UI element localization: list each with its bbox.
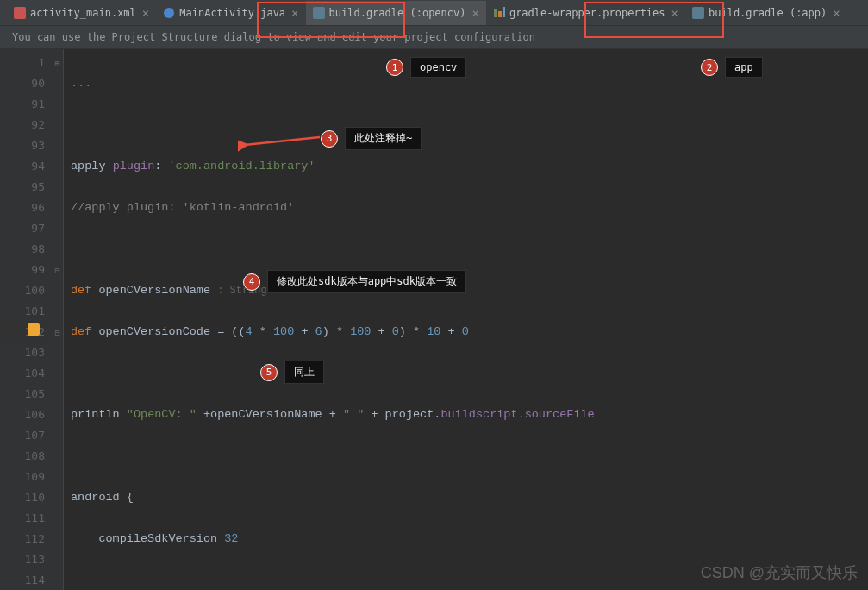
java-icon <box>163 7 175 19</box>
editor-area: 1909192939495969798991001011021031041051… <box>0 49 868 590</box>
callout-label: app <box>725 57 763 78</box>
callout-2: 2 app <box>701 57 763 78</box>
code-area[interactable]: ... apply plugin: 'com.android.library' … <box>64 49 868 590</box>
project-structure-hint: You can use the Project Structure dialog… <box>0 26 868 49</box>
callout-5: 5 同上 <box>260 361 324 384</box>
fold-column: ⊞⊟⊟ <box>52 49 64 590</box>
xml-icon <box>14 7 26 19</box>
callout-label: 同上 <box>284 361 324 384</box>
highlight-box-opencv-tab <box>257 2 405 38</box>
callout-label: 此处注释掉~ <box>345 127 422 150</box>
callout-label: opencv <box>410 57 466 78</box>
callout-number: 1 <box>386 59 403 76</box>
line-gutter: 1909192939495969798991001011021031041051… <box>0 49 52 590</box>
tab-activity-main[interactable]: activity_main.xml × <box>7 1 156 25</box>
arrow-icon <box>238 117 324 152</box>
bulb-icon[interactable] <box>28 323 40 336</box>
close-icon[interactable]: × <box>471 6 478 20</box>
highlight-box-app-tab <box>584 2 724 38</box>
svg-rect-4 <box>498 11 502 17</box>
callout-label: 修改此处sdk版本与app中sdk版本一致 <box>267 270 466 293</box>
callout-number: 2 <box>701 59 718 76</box>
editor-tabs: activity_main.xml × MainActivity.java × … <box>0 0 868 26</box>
watermark: CSDN @充实而又快乐 <box>701 562 858 583</box>
svg-point-1 <box>164 8 174 18</box>
tab-label: activity_main.xml <box>30 7 136 19</box>
callout-4: 4 修改此处sdk版本与app中sdk版本一致 <box>243 270 466 293</box>
tab-label: build.gradle (:app) <box>709 7 827 19</box>
prop-icon <box>493 7 505 19</box>
svg-rect-3 <box>494 9 497 17</box>
callout-1: 1 opencv <box>386 57 466 78</box>
svg-line-7 <box>245 137 320 145</box>
svg-rect-5 <box>503 7 505 17</box>
close-icon[interactable]: × <box>833 6 840 20</box>
callout-number: 4 <box>243 273 260 291</box>
svg-rect-0 <box>14 7 26 19</box>
callout-number: 5 <box>260 364 278 381</box>
close-icon[interactable]: × <box>142 6 149 20</box>
callout-3: 3 此处注释掉~ <box>321 127 422 150</box>
